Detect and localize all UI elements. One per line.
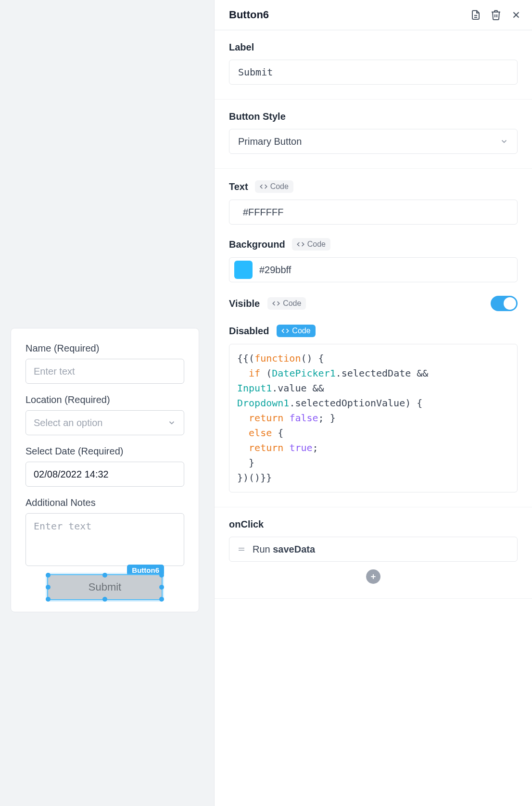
form-container: Name (Required) Location (Required) Sele… <box>11 328 199 612</box>
bg-color-value: #29bbff <box>259 264 291 276</box>
notes-textarea[interactable] <box>25 513 184 566</box>
text-heading: Text <box>229 181 248 192</box>
text-row: Text Code <box>229 180 518 193</box>
app-root: Name (Required) Location (Required) Sele… <box>0 0 532 806</box>
chevron-down-icon <box>167 418 176 427</box>
field-date: Select Date (Required) <box>25 446 184 487</box>
text-color-value: #FFFFFF <box>243 207 283 218</box>
canvas-area: Name (Required) Location (Required) Sele… <box>0 0 214 806</box>
add-action-button[interactable] <box>366 569 380 584</box>
bg-row: Background Code <box>229 238 518 251</box>
location-select[interactable]: Select an option <box>25 410 184 435</box>
field-location: Location (Required) Select an option <box>25 394 184 435</box>
notes-label: Additional Notes <box>25 497 184 508</box>
bg-color-input[interactable]: #29bbff <box>229 257 518 282</box>
code-chip-visible[interactable]: Code <box>267 297 306 310</box>
section-label: Label <box>215 30 532 100</box>
onclick-heading: onClick <box>229 519 518 530</box>
code-icon <box>297 240 304 248</box>
submit-button[interactable]: Submit <box>47 574 163 600</box>
panel-title: Button6 <box>229 9 269 21</box>
name-label: Name (Required) <box>25 343 184 354</box>
resize-handle[interactable] <box>102 573 107 578</box>
code-chip-text[interactable]: Code <box>255 180 293 193</box>
date-label: Select Date (Required) <box>25 446 184 457</box>
properties-panel: Button6 Label Button Style Primary Butto… <box>214 0 532 806</box>
name-input[interactable] <box>25 359 184 384</box>
panel-actions <box>469 9 522 21</box>
close-icon[interactable] <box>510 9 522 21</box>
code-icon <box>272 300 280 307</box>
trash-icon[interactable] <box>490 9 502 21</box>
onclick-action[interactable]: Run saveData <box>229 537 518 562</box>
section-onclick: onClick Run saveData <box>215 507 532 599</box>
section-style: Button Style Primary Button <box>215 100 532 169</box>
resize-handle[interactable] <box>159 585 164 590</box>
text-color-input[interactable]: #FFFFFF <box>229 200 518 225</box>
code-icon <box>281 327 289 335</box>
style-select[interactable]: Primary Button <box>229 129 518 154</box>
disabled-heading: Disabled <box>229 326 269 337</box>
date-input[interactable] <box>25 462 184 487</box>
drag-icon <box>237 545 246 554</box>
code-icon <box>260 183 267 190</box>
section-appearance: Text Code #FFFFFF Background Code #29 <box>215 169 532 507</box>
bg-heading: Background <box>229 239 285 250</box>
resize-handle[interactable] <box>46 597 51 602</box>
style-value: Primary Button <box>238 136 302 147</box>
visible-heading: Visible <box>229 298 260 309</box>
toggle-knob <box>504 297 516 310</box>
submit-wrapper: Button6 Submit <box>25 574 184 600</box>
label-input[interactable] <box>229 60 518 85</box>
plus-icon <box>369 573 377 580</box>
resize-handle[interactable] <box>159 597 164 602</box>
panel-header: Button6 <box>215 0 532 30</box>
field-name: Name (Required) <box>25 343 184 384</box>
resize-handle[interactable] <box>159 573 164 578</box>
submit-button-label: Submit <box>89 581 121 593</box>
code-chip-bg[interactable]: Code <box>292 238 330 251</box>
resize-handle[interactable] <box>102 597 107 602</box>
location-placeholder: Select an option <box>34 417 102 428</box>
field-notes: Additional Notes <box>25 497 184 568</box>
style-heading: Button Style <box>229 111 518 122</box>
color-swatch-bg <box>234 261 253 279</box>
code-chip-disabled[interactable]: Code <box>277 325 315 337</box>
label-heading: Label <box>229 42 518 53</box>
visible-toggle[interactable] <box>491 296 518 311</box>
chevron-down-icon <box>500 137 508 146</box>
visible-row: Visible Code <box>229 296 518 311</box>
disabled-code-editor[interactable]: {{(function() { if (DatePicker1.selected… <box>229 344 518 492</box>
location-label: Location (Required) <box>25 394 184 405</box>
copy-icon[interactable] <box>469 9 482 21</box>
disabled-row: Disabled Code <box>229 325 518 337</box>
resize-handle[interactable] <box>46 573 51 578</box>
resize-handle[interactable] <box>46 585 51 590</box>
